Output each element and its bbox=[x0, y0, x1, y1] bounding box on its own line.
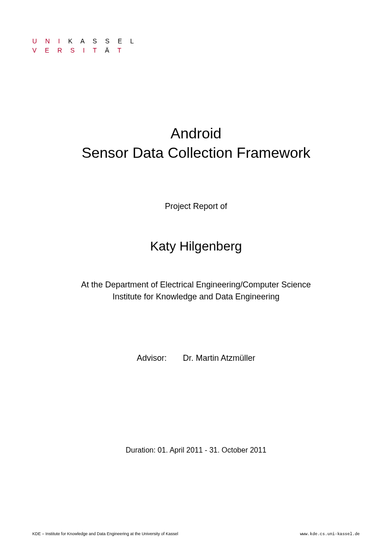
department-block: At the Department of Electrical Engineer… bbox=[32, 279, 360, 302]
page-footer: KDE – Institute for Knowledge and Data E… bbox=[32, 518, 360, 537]
content: Android Sensor Data Collection Framework… bbox=[32, 124, 360, 518]
report-of-label: Project Report of bbox=[32, 202, 360, 211]
advisor-label: Advisor: bbox=[137, 353, 166, 363]
department-line-2: Institute for Knowledge and Data Enginee… bbox=[32, 291, 360, 303]
department-line-1: At the Department of Electrical Engineer… bbox=[32, 279, 360, 291]
document-title: Android Sensor Data Collection Framework bbox=[32, 124, 360, 162]
page: U N I K A S S E L V E R S I T Ä T Andro… bbox=[0, 0, 392, 555]
logo-umlaut-t: ̈ T bbox=[113, 47, 125, 54]
logo-uni: U N I bbox=[32, 37, 63, 45]
title-line-2: Sensor Data Collection Framework bbox=[32, 143, 360, 163]
author-name: Katy Hilgenberg bbox=[32, 239, 360, 254]
advisor-row: Advisor: Dr. Martin Atzmüller bbox=[32, 353, 360, 363]
footer-institute: KDE – Institute for Knowledge and Data E… bbox=[32, 531, 178, 536]
duration: Duration: 01. April 2011 - 31. October 2… bbox=[32, 446, 360, 454]
title-line-1: Android bbox=[32, 124, 360, 143]
logo-line-1: U N I K A S S E L bbox=[32, 37, 360, 46]
university-logo: U N I K A S S E L V E R S I T Ä T bbox=[32, 37, 360, 55]
advisor-name: Dr. Martin Atzmüller bbox=[183, 353, 255, 363]
footer-url: www.kde.cs.uni-kassel.de bbox=[300, 532, 360, 537]
logo-versit: V E R S I T bbox=[32, 47, 105, 54]
logo-kassel: K A S S E L bbox=[63, 37, 137, 45]
logo-a: A bbox=[105, 47, 112, 54]
logo-line-2: V E R S I T Ä T bbox=[32, 46, 360, 55]
